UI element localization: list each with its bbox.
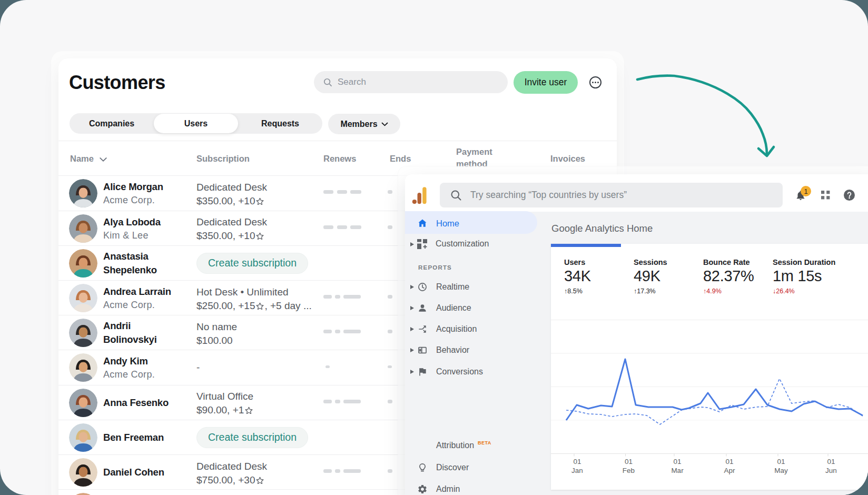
svg-text:Jun: Jun [825,467,837,474]
svg-text:May: May [774,467,788,474]
svg-text:Mar: Mar [671,467,684,474]
svg-text:01: 01 [777,458,785,466]
svg-text:01: 01 [625,458,633,466]
svg-text:01: 01 [673,458,681,466]
svg-text:Feb: Feb [623,467,635,474]
svg-text:Jan: Jan [571,467,583,474]
svg-text:Apr: Apr [724,467,735,474]
svg-text:01: 01 [725,458,733,466]
svg-text:01: 01 [573,458,581,466]
svg-text:01: 01 [827,458,835,466]
